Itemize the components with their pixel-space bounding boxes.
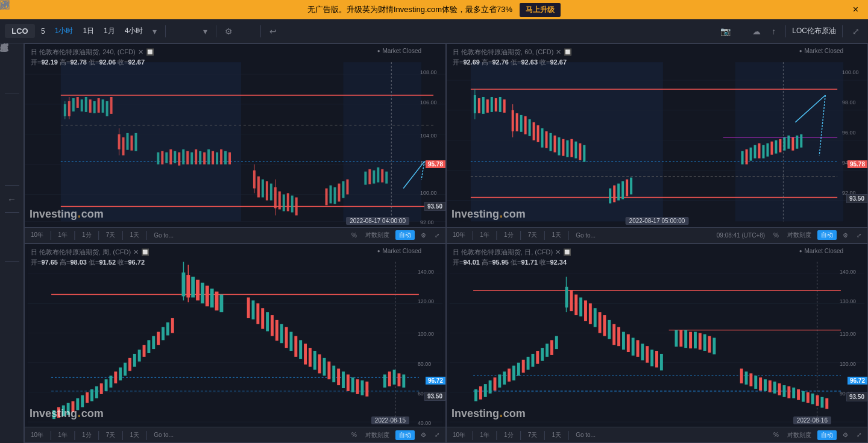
bb-expand-tr[interactable]: ⤢ (854, 231, 864, 240)
eye-icon[interactable] (2, 309, 22, 328)
svg-text:100.00: 100.00 (418, 331, 434, 337)
svg-rect-190 (791, 137, 794, 151)
svg-rect-353 (699, 333, 702, 350)
back-arrow[interactable]: ← (2, 189, 22, 209)
bb-7d-br[interactable]: 7天 (526, 430, 540, 441)
svg-rect-181 (754, 145, 756, 159)
drawing-more[interactable]: ▾ (200, 24, 211, 39)
bb-pct-tr[interactable]: % (771, 231, 781, 240)
bb-10y-bl[interactable]: 10年 (28, 430, 46, 441)
banner-close-icon[interactable]: × (853, 4, 858, 15)
bb-auto-tl[interactable]: 自动 (395, 230, 415, 240)
bb-auto-bl[interactable]: 自动 (395, 430, 415, 440)
bb-1y-bl[interactable]: 1年 (55, 430, 70, 441)
bb-7d-bl[interactable]: 7天 (104, 430, 118, 441)
bb-1d-br[interactable]: 1天 (549, 430, 564, 441)
bb-settings-br[interactable]: ⚙ (840, 430, 851, 439)
bb-settings-tl[interactable]: ⚙ (418, 231, 429, 240)
bb-1m-tr[interactable]: 1分 (502, 230, 516, 240)
bb-log-tr[interactable]: 对数刻度 (785, 230, 814, 240)
bb-goto-tl[interactable]: Go to... (151, 231, 176, 240)
svg-rect-370 (802, 391, 805, 401)
undo-button[interactable]: ↩ (266, 24, 280, 39)
bb-1m-bl[interactable]: 1分 (80, 430, 94, 441)
layout-button[interactable] (738, 29, 745, 34)
lock-closed-icon[interactable] (2, 287, 22, 306)
bb-1y-tl[interactable]: 1年 (55, 230, 70, 240)
bb-log-bl[interactable]: 对数刻度 (363, 430, 392, 441)
cloud-button[interactable]: ☁ (749, 24, 764, 39)
chart-type-bar[interactable] (171, 29, 178, 34)
bb-settings-tr[interactable]: ⚙ (840, 231, 851, 240)
timeframe-dropdown[interactable]: ▾ (149, 24, 160, 39)
svg-rect-330 (579, 297, 582, 316)
bb-log-br[interactable]: 对数刻度 (785, 430, 814, 441)
upgrade-button[interactable]: 马上升级 (520, 3, 561, 17)
crosshair-tool[interactable] (2, 70, 22, 89)
timeframe-4h[interactable]: 4小时 (121, 24, 147, 38)
bb-10y-tr[interactable]: 10年 (450, 230, 468, 240)
bb-1d-bl[interactable]: 1天 (127, 430, 142, 441)
bb-7d-tr[interactable]: 7天 (526, 230, 540, 240)
bb-auto-br[interactable]: 自动 (817, 430, 837, 440)
svg-rect-258 (280, 324, 283, 342)
svg-rect-7 (1, 1, 4, 4)
price-label-support-tr: 93.50 (846, 194, 867, 203)
trendline-tool[interactable] (2, 97, 22, 116)
bb-1m-tl[interactable]: 1分 (80, 230, 94, 240)
pattern-tool[interactable] (2, 162, 22, 181)
text-tool[interactable]: T (2, 119, 22, 138)
svg-rect-233 (143, 345, 146, 357)
bb-pct-br[interactable]: % (771, 430, 781, 439)
bb-10y-tl[interactable]: 10年 (28, 230, 46, 240)
sidebar-separator-2 (5, 185, 19, 186)
drawing-tools[interactable] (190, 29, 197, 34)
svg-rect-244 (191, 277, 195, 297)
bb-10y-br[interactable]: 10年 (450, 430, 468, 441)
bb-1d-tl[interactable]: 1天 (127, 230, 142, 240)
svg-rect-369 (797, 389, 800, 400)
bb-goto-tr[interactable]: Go to... (573, 231, 598, 240)
bb-pct-tl[interactable]: % (349, 231, 359, 240)
bb-settings-bl[interactable]: ⚙ (418, 430, 429, 439)
indicators-button[interactable] (239, 29, 246, 34)
bb-expand-tl[interactable]: ⤢ (432, 231, 442, 240)
bb-1y-br[interactable]: 1年 (477, 430, 492, 441)
bb-1d-tr[interactable]: 1天 (549, 230, 564, 240)
chart-header-br: 日 伦敦布伦特原油期货, 日, (CFD) ✕🔲 开=94.01 高=95.95… (453, 248, 571, 267)
bb-goto-br[interactable]: Go to... (573, 430, 598, 439)
timeframe-5[interactable]: 5 (37, 25, 49, 37)
lock-open-icon[interactable] (2, 265, 22, 284)
bb-pct-bl[interactable]: % (349, 430, 359, 439)
alert-tool[interactable] (2, 238, 22, 257)
timeframe-1d[interactable]: 1日 (79, 24, 98, 38)
bb-1y-tr[interactable]: 1年 (477, 230, 492, 240)
svg-rect-150 (495, 98, 497, 112)
svg-rect-222 (90, 389, 93, 401)
upload-button[interactable]: ↑ (768, 24, 779, 39)
compare-button[interactable] (248, 29, 256, 34)
bb-expand-bl[interactable]: ⤢ (432, 430, 442, 439)
bb-auto-tr[interactable]: 自动 (817, 230, 837, 240)
svg-text:110.00: 110.00 (840, 331, 856, 337)
bb-goto-bl[interactable]: Go to... (151, 430, 176, 439)
symbol-display[interactable]: LCO (5, 24, 35, 38)
bb-7d-tl[interactable]: 7天 (104, 230, 118, 240)
chart-type-line[interactable] (180, 29, 187, 34)
svg-rect-324 (550, 340, 553, 355)
timeframe-1m[interactable]: 1月 (100, 24, 119, 38)
timeframe-1h[interactable]: 1小时 (51, 24, 77, 38)
settings-button[interactable]: ⚙ (221, 24, 236, 39)
svg-rect-359 (749, 373, 752, 386)
snapshot-button[interactable]: 📷 (717, 24, 734, 39)
zoom-tool[interactable] (2, 216, 22, 236)
fib-tool[interactable] (2, 140, 22, 160)
bb-1m-br[interactable]: 1分 (502, 430, 516, 441)
bb-log-tl[interactable]: 对数刻度 (363, 230, 392, 240)
pin-icon[interactable] (2, 330, 22, 350)
svg-rect-149 (491, 97, 493, 112)
share-icon[interactable] (2, 352, 22, 371)
bb-expand-br[interactable]: ⤢ (854, 430, 864, 439)
fullscreen-button[interactable]: ⤢ (849, 24, 863, 39)
svg-rect-225 (105, 379, 108, 391)
